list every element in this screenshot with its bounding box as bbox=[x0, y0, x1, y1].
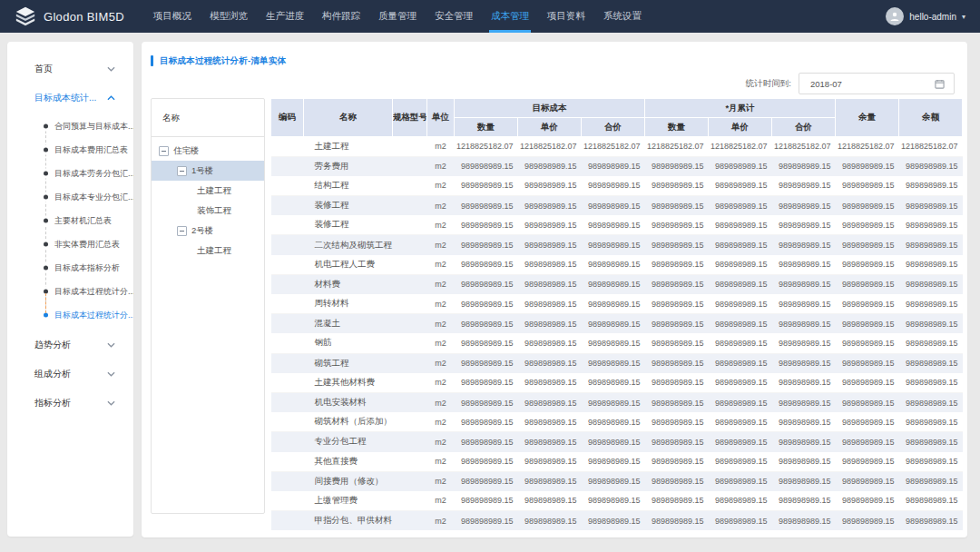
sidebar-subitem[interactable]: 目标成本过程统计分... bbox=[7, 280, 133, 303]
tree-node[interactable]: 住宅楼 bbox=[152, 141, 264, 161]
nav-item[interactable]: 系统设置 bbox=[594, 0, 651, 33]
table-cell bbox=[271, 373, 304, 393]
table-row[interactable]: 二次结构及砌筑工程m2989898989.15989898989.1598989… bbox=[271, 235, 963, 255]
nav-item[interactable]: 生产进度 bbox=[257, 0, 313, 33]
sidebar-section-label: 首页 bbox=[34, 63, 53, 75]
table-cell: m2 bbox=[427, 511, 455, 531]
tree-node[interactable]: 1号楼 bbox=[152, 161, 264, 181]
table-row[interactable]: 砌筑材料（后添加）m2989898989.15989898989.1598989… bbox=[271, 412, 963, 432]
table-cell: 989898989.15 bbox=[709, 255, 772, 275]
nav-item[interactable]: 安全管理 bbox=[426, 0, 482, 33]
table-row[interactable]: 装修工程m2989898989.15989898989.15989898989.… bbox=[271, 215, 963, 235]
calendar-icon bbox=[935, 79, 945, 89]
sidebar-section[interactable]: 首页 bbox=[7, 54, 133, 84]
table-row[interactable]: 混凝土m2989898989.15989898989.15989898989.1… bbox=[271, 314, 963, 334]
table-row[interactable]: 装修工程m2989898989.15989898989.15989898989.… bbox=[271, 196, 963, 216]
table-cell: 989898989.15 bbox=[518, 235, 582, 255]
stat-date-input[interactable]: 2018-07 bbox=[799, 73, 955, 94]
table-cell: 砌筑材料（后添加） bbox=[304, 412, 393, 432]
table-cell: 989898989.15 bbox=[645, 255, 709, 275]
table-cell: 989898989.15 bbox=[518, 333, 582, 353]
table-row[interactable]: 专业分包工程m2989898989.15989898989.1598989898… bbox=[271, 432, 963, 452]
sidebar-subitem[interactable]: 目标成本费用汇总表 bbox=[7, 138, 133, 162]
table-cell: 989898989.15 bbox=[455, 314, 518, 334]
table-cell: 989898989.15 bbox=[899, 491, 963, 511]
sidebar-section-label: 趋势分析 bbox=[34, 339, 71, 351]
table-cell: 989898989.15 bbox=[836, 274, 899, 294]
main-panel: 目标成本过程统计分析-清单实体 统计时间到: 2018-07 名称 住宅楼1号楼… bbox=[142, 42, 967, 537]
collapse-icon[interactable] bbox=[177, 166, 187, 176]
table-cell bbox=[393, 353, 427, 373]
table-row[interactable]: 其他直接费m2989898989.15989898989.15989898989… bbox=[271, 452, 963, 472]
table-row[interactable]: 上缴管理费m2989898989.15989898989.15989898989… bbox=[271, 491, 963, 511]
sidebar-subitem[interactable]: 目标成本劳务分包汇... bbox=[7, 162, 133, 185]
collapse-icon[interactable] bbox=[159, 146, 169, 156]
user-menu[interactable]: hello-admin ▾ bbox=[886, 7, 980, 25]
table-cell: 989898989.15 bbox=[709, 274, 772, 294]
title-row: 目标成本过程统计分析-清单实体 bbox=[151, 51, 967, 71]
sidebar-section[interactable]: 趋势分析 bbox=[7, 330, 133, 360]
table-row[interactable]: 结构工程m2989898989.15989898989.15989898989.… bbox=[271, 176, 963, 196]
table-cell: 989898989.15 bbox=[582, 156, 645, 176]
tree-node[interactable]: 土建工程 bbox=[152, 241, 264, 261]
table-cell: 989898989.15 bbox=[836, 156, 899, 176]
table-cell: 989898989.15 bbox=[645, 235, 709, 255]
chevron-up-icon bbox=[107, 95, 115, 101]
table-cell: 989898989.15 bbox=[518, 196, 582, 216]
table-cell: 989898989.15 bbox=[455, 471, 518, 491]
sidebar-subitem[interactable]: 非实体费用汇总表 bbox=[7, 232, 133, 256]
table-cell: 989898989.15 bbox=[645, 491, 709, 511]
nav-item[interactable]: 成本管理 bbox=[482, 0, 538, 33]
table-cell: 989898989.15 bbox=[455, 432, 518, 452]
table-row[interactable]: 机电工程人工费m2989898989.15989898989.159898989… bbox=[271, 255, 963, 275]
nav-item[interactable]: 质量管理 bbox=[369, 0, 426, 33]
table-row[interactable]: 间接费用（修改）m2989898989.15989898989.15989898… bbox=[271, 471, 963, 491]
table-row[interactable]: 机电安装材料m2989898989.15989898989.1598989898… bbox=[271, 392, 963, 412]
table-cell bbox=[393, 333, 427, 353]
table-cell bbox=[393, 255, 427, 275]
sidebar-section[interactable]: 指标分析 bbox=[7, 389, 133, 418]
sidebar-subitem[interactable]: 主要材机汇总表 bbox=[7, 209, 133, 232]
table-cell: 989898989.15 bbox=[836, 235, 899, 255]
table-cell: 989898989.15 bbox=[518, 373, 582, 393]
column-header-remain-qty: 余量 bbox=[836, 99, 899, 137]
table-cell: 989898989.15 bbox=[518, 452, 582, 472]
tree-node[interactable]: 土建工程 bbox=[152, 181, 264, 201]
sidebar-section[interactable]: 组成分析 bbox=[7, 360, 133, 389]
sidebar-section-label: 组成分析 bbox=[34, 368, 71, 380]
table-cell: 989898989.15 bbox=[772, 196, 836, 216]
table-cell: 989898989.15 bbox=[709, 491, 772, 511]
table-cell bbox=[271, 353, 304, 373]
sidebar-subitem[interactable]: 目标成本专业分包汇... bbox=[7, 185, 133, 209]
table-row[interactable]: 劳务费用m2989898989.15989898989.15989898989.… bbox=[271, 156, 963, 176]
table-row[interactable]: 甲指分包、甲供材料m2989898989.15989898989.1598989… bbox=[271, 511, 963, 531]
tree-node-label: 住宅楼 bbox=[173, 145, 200, 157]
person-icon bbox=[889, 11, 900, 22]
table-cell: 989898989.15 bbox=[836, 314, 899, 334]
collapse-icon[interactable] bbox=[177, 226, 187, 236]
table-row[interactable]: 土建其他材料费m2989898989.15989898989.159898989… bbox=[271, 373, 963, 393]
sidebar-subitem-label: 目标成本专业分包汇... bbox=[54, 192, 133, 202]
sidebar-subitem[interactable]: 合同预算与目标成本... bbox=[7, 114, 133, 138]
table-cell: 间接费用（修改） bbox=[304, 471, 393, 491]
table-cell: m2 bbox=[427, 471, 455, 491]
nav-item[interactable]: 构件跟踪 bbox=[313, 0, 369, 33]
table-cell: 989898989.15 bbox=[899, 274, 963, 294]
tree-node[interactable]: 2号楼 bbox=[152, 221, 264, 241]
table-cell: 989898989.15 bbox=[582, 412, 645, 432]
sidebar-subitem[interactable]: 目标成本过程统计分... bbox=[7, 303, 133, 327]
sidebar-subitem[interactable]: 目标成本指标分析 bbox=[7, 256, 133, 280]
table-cell: 装修工程 bbox=[304, 215, 393, 235]
sidebar-section[interactable]: 目标成本统计... bbox=[7, 84, 133, 113]
table-cell: 989898989.15 bbox=[709, 452, 772, 472]
cost-table-wrap: 编码 名称 规格型号 单位 目标成本 *月累计 余量 余额 数量 单价 bbox=[270, 98, 962, 530]
table-row[interactable]: 周转材料m2989898989.15989898989.15989898989.… bbox=[271, 294, 963, 314]
nav-item[interactable]: 模型浏览 bbox=[201, 0, 257, 33]
nav-item[interactable]: 项目资料 bbox=[538, 0, 594, 33]
table-row[interactable]: 砌筑工程m2989898989.15989898989.15989898989.… bbox=[271, 353, 963, 373]
table-row[interactable]: 土建工程m21218825182.071218825182.0712188251… bbox=[271, 137, 963, 157]
table-row[interactable]: 材料费m2989898989.15989898989.15989898989.1… bbox=[271, 274, 963, 294]
table-row[interactable]: 钢筋m2989898989.15989898989.15989898989.15… bbox=[271, 333, 963, 353]
tree-node[interactable]: 装饰工程 bbox=[152, 201, 264, 221]
nav-item[interactable]: 项目概况 bbox=[144, 0, 201, 33]
